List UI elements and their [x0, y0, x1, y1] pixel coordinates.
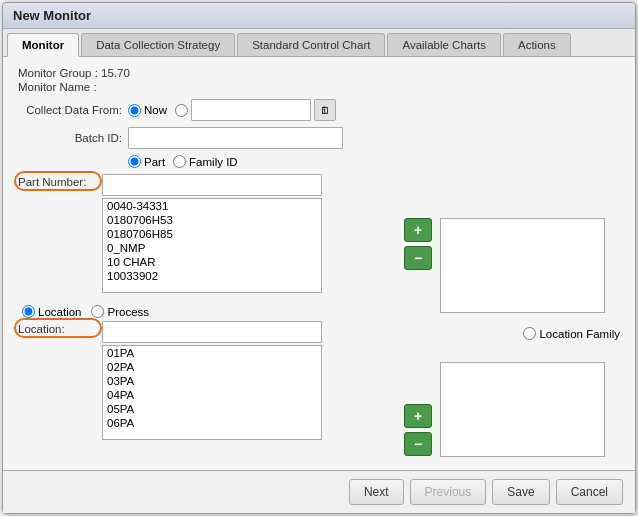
list-item[interactable]: 03PA — [103, 374, 321, 388]
list-item[interactable]: 0180706H53 — [103, 213, 321, 227]
location-selected-box — [440, 362, 605, 457]
button-column: + − + − — [404, 174, 432, 457]
previous-button[interactable]: Previous — [410, 479, 487, 505]
list-item[interactable]: 0_NMP — [103, 241, 321, 255]
list-item[interactable]: 04PA — [103, 388, 321, 402]
part-family-group: Part Family ID — [128, 155, 238, 168]
monitor-name-label: Monitor Name : — [18, 81, 620, 93]
tab-monitor[interactable]: Monitor — [7, 33, 79, 57]
list-item[interactable]: 0180706H85 — [103, 227, 321, 241]
part-number-listbox[interactable]: 0040-34331 0180706H53 0180706H85 0_NMP 1… — [102, 198, 322, 293]
part-add-button[interactable]: + — [404, 218, 432, 242]
right-panel: Location Family — [440, 174, 620, 457]
cancel-button[interactable]: Cancel — [556, 479, 623, 505]
location-family-radio-label[interactable]: Location Family — [523, 327, 620, 340]
process-radio[interactable] — [91, 305, 104, 318]
tab-standard-control[interactable]: Standard Control Chart — [237, 33, 385, 56]
part-number-input[interactable] — [102, 174, 322, 196]
add-icon: + — [414, 408, 422, 424]
location-radio[interactable] — [22, 305, 35, 318]
tab-bar: Monitor Data Collection Strategy Standar… — [3, 29, 635, 57]
part-remove-button[interactable]: − — [404, 246, 432, 270]
minus-icon: − — [414, 250, 422, 266]
list-item[interactable]: 0040-34331 — [103, 199, 321, 213]
part-family-radio-row: Part Family ID — [128, 155, 620, 168]
title-bar: New Monitor — [3, 3, 635, 29]
location-section: Location Process Location: — [18, 305, 396, 440]
location-family-radio[interactable] — [523, 327, 536, 340]
family-id-radio[interactable] — [173, 155, 186, 168]
save-button[interactable]: Save — [492, 479, 549, 505]
content-area: Monitor Group : 15.70 Monitor Name : Col… — [3, 57, 635, 470]
location-label: Location: — [18, 321, 98, 335]
calendar-button[interactable]: 🗓 — [314, 99, 336, 121]
list-item[interactable]: 10 CHAR — [103, 255, 321, 269]
main-area: Part Number: 0040-34331 0180706H53 01807… — [18, 174, 620, 457]
part-selected-box — [440, 218, 605, 313]
left-panel: Part Number: 0040-34331 0180706H53 01807… — [18, 174, 396, 457]
datetime-radio[interactable] — [175, 104, 188, 117]
part-number-list-area: 0040-34331 0180706H53 0180706H85 0_NMP 1… — [102, 174, 322, 293]
window-title: New Monitor — [13, 8, 91, 23]
location-btn-group: + − — [404, 380, 432, 456]
family-id-radio-label[interactable]: Family ID — [173, 155, 238, 168]
part-number-label: Part Number: — [18, 174, 98, 188]
collect-data-label: Collect Data From: — [18, 104, 128, 116]
part-btn-group: + − — [404, 194, 432, 270]
list-item[interactable]: 02PA — [103, 360, 321, 374]
location-input[interactable] — [102, 321, 322, 343]
footer: Next Previous Save Cancel — [3, 470, 635, 513]
part-right-area — [440, 196, 620, 313]
monitor-group-label: Monitor Group : 15.70 — [18, 67, 620, 79]
tab-actions[interactable]: Actions — [503, 33, 571, 56]
batch-id-input[interactable] — [128, 127, 343, 149]
add-icon: + — [414, 222, 422, 238]
main-window: New Monitor Monitor Data Collection Stra… — [2, 2, 636, 514]
tab-available-charts[interactable]: Available Charts — [387, 33, 501, 56]
part-radio-label[interactable]: Part — [128, 155, 165, 168]
list-item[interactable]: 05PA — [103, 402, 321, 416]
list-item[interactable]: 01PA — [103, 346, 321, 360]
part-radio[interactable] — [128, 155, 141, 168]
location-list-row: Location: 01PA 02PA 03PA 04PA 05PA 06PA — [18, 321, 396, 440]
minus-icon: − — [414, 436, 422, 452]
batch-id-label: Batch ID: — [18, 132, 128, 144]
location-process-row: Location Process — [22, 305, 396, 318]
batch-id-row: Batch ID: — [18, 127, 620, 149]
location-listbox[interactable]: 01PA 02PA 03PA 04PA 05PA 06PA — [102, 345, 322, 440]
location-family-area: Location Family — [440, 325, 620, 457]
datetime-input[interactable]: 2021-07-13 14:34:52 — [191, 99, 311, 121]
part-number-row: Part Number: 0040-34331 0180706H53 01807… — [18, 174, 396, 293]
collect-data-row: Collect Data From: Now 2021-07-13 14:34:… — [18, 99, 620, 121]
location-add-button[interactable]: + — [404, 404, 432, 428]
datetime-group: 2021-07-13 14:34:52 🗓 — [175, 99, 336, 121]
list-item[interactable]: 10033902 — [103, 269, 321, 283]
next-button[interactable]: Next — [349, 479, 404, 505]
collect-data-radio-group: Now 2021-07-13 14:34:52 🗓 — [128, 99, 336, 121]
now-radio[interactable] — [128, 104, 141, 117]
location-remove-button[interactable]: − — [404, 432, 432, 456]
location-radio-label[interactable]: Location — [22, 305, 81, 318]
location-list-area: 01PA 02PA 03PA 04PA 05PA 06PA — [102, 321, 322, 440]
location-family-row: Location Family — [440, 325, 620, 340]
process-radio-label[interactable]: Process — [91, 305, 149, 318]
list-item[interactable]: 06PA — [103, 416, 321, 430]
calendar-icon: 🗓 — [320, 105, 330, 116]
now-radio-label[interactable]: Now — [128, 104, 167, 117]
tab-data-collection[interactable]: Data Collection Strategy — [81, 33, 235, 56]
part-number-section: Part Number: 0040-34331 0180706H53 01807… — [18, 174, 396, 293]
